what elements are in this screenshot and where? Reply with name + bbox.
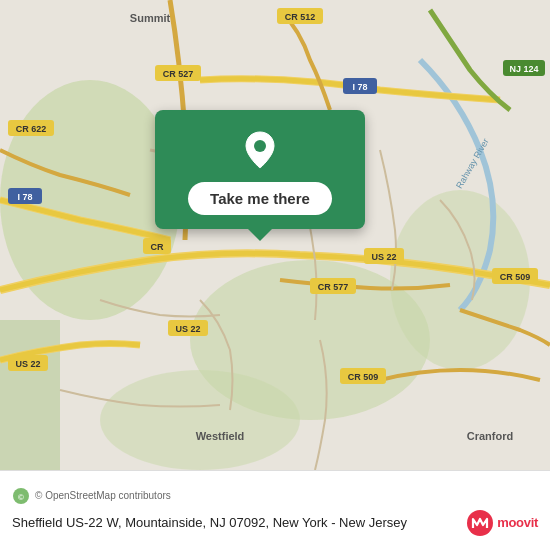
svg-text:CR: CR xyxy=(151,242,164,252)
map-background: CR 512 I 78 NJ 124 CR 527 CR 622 I 78 CR… xyxy=(0,0,550,470)
map-container[interactable]: CR 512 I 78 NJ 124 CR 527 CR 622 I 78 CR… xyxy=(0,0,550,470)
svg-text:CR 577: CR 577 xyxy=(318,282,349,292)
moovit-icon xyxy=(466,509,494,537)
osm-logo: © xyxy=(12,487,30,505)
svg-text:Westfield: Westfield xyxy=(196,430,245,442)
svg-text:©: © xyxy=(18,493,24,502)
svg-text:I 78: I 78 xyxy=(17,192,32,202)
copyright-text: © OpenStreetMap contributors xyxy=(35,490,171,501)
svg-point-36 xyxy=(254,140,266,152)
address-text: Sheffield US-22 W, Mountainside, NJ 0709… xyxy=(12,515,456,530)
svg-text:CR 527: CR 527 xyxy=(163,69,194,79)
svg-text:CR 622: CR 622 xyxy=(16,124,47,134)
svg-text:Cranford: Cranford xyxy=(467,430,513,442)
svg-text:CR 509: CR 509 xyxy=(348,372,379,382)
svg-text:NJ 124: NJ 124 xyxy=(509,64,538,74)
location-pin-icon xyxy=(238,128,282,172)
svg-text:US 22: US 22 xyxy=(175,324,200,334)
svg-point-39 xyxy=(467,510,493,536)
moovit-logo: moovit xyxy=(466,509,538,537)
svg-rect-5 xyxy=(0,320,60,470)
svg-text:I 78: I 78 xyxy=(352,82,367,92)
svg-point-4 xyxy=(100,370,300,470)
svg-text:CR 512: CR 512 xyxy=(285,12,316,22)
svg-text:US 22: US 22 xyxy=(371,252,396,262)
take-me-there-button[interactable]: Take me there xyxy=(188,182,332,215)
address-row: Sheffield US-22 W, Mountainside, NJ 0709… xyxy=(12,509,538,537)
svg-text:CR 509: CR 509 xyxy=(500,272,531,282)
svg-text:US 22: US 22 xyxy=(15,359,40,369)
footer: © © OpenStreetMap contributors Sheffield… xyxy=(0,470,550,550)
moovit-text: moovit xyxy=(497,515,538,530)
copyright-row: © © OpenStreetMap contributors xyxy=(12,487,538,505)
svg-text:Summit: Summit xyxy=(130,12,171,24)
popup-card: Take me there xyxy=(155,110,365,229)
